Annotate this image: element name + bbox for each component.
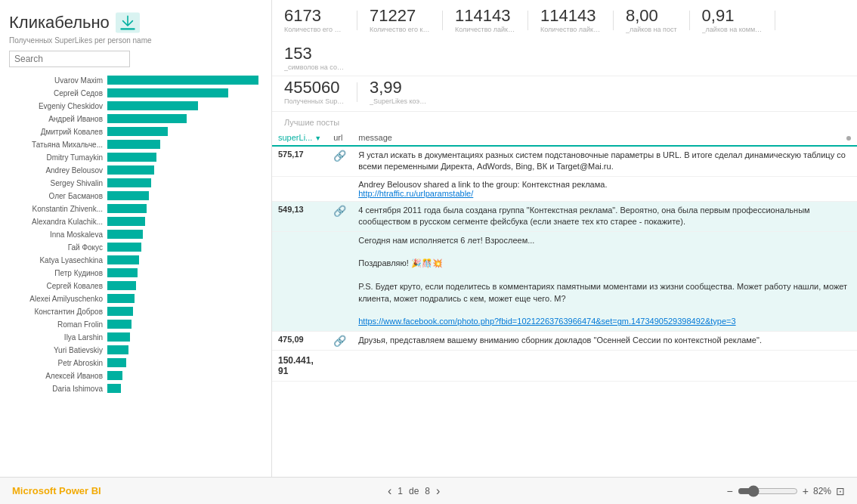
stat-item: 71227Количество его ко... [370, 8, 430, 33]
table-row: Andrey Belousov shared a link to the gro… [272, 176, 857, 201]
fullscreen-button[interactable]: ⊡ [836, 485, 845, 497]
bar-fill [107, 165, 154, 175]
bar-fill [107, 191, 149, 200]
bar-fill [107, 307, 133, 316]
powerbi-link[interactable]: Microsoft Power BI [12, 485, 101, 496]
bottom-bar: Microsoft Power BI ‹ 1 de 8 › − + 82% ⊡ [0, 477, 857, 504]
stats-row-2: 455060Полученных Super...3,99_SuperLikes… [272, 76, 857, 112]
list-item[interactable]: Дмитрий Ковалев [9, 126, 262, 137]
list-item[interactable]: Андрей Иванов [9, 113, 262, 124]
list-item[interactable]: Сергей Седов [9, 88, 262, 98]
post-url-cell: 🔗 [327, 331, 352, 350]
table-header-cell[interactable]: superLi... ▼ [272, 130, 327, 146]
left-panel: Кликабельно Полученных SuperLikes per pe… [0, 0, 272, 477]
total-score: 150.441,91 [272, 350, 327, 381]
stat-label: _лайков на пост [626, 26, 677, 33]
list-item[interactable]: Inna Moskaleva [9, 229, 262, 240]
stat-item: 3,99_SuperLikes коэффи... [370, 79, 430, 105]
posts-table: superLi... ▼urlmessage 575,17🔗Я устал ис… [272, 130, 857, 382]
stat-value: 8,00 [626, 8, 677, 24]
total-pages: 8 [425, 486, 430, 496]
list-item[interactable]: Uvarov Maxim [9, 75, 262, 85]
bar-label: Алексей Иванов [9, 372, 107, 380]
list-item[interactable]: Petr Abroskin [9, 357, 262, 368]
list-item[interactable]: Сергей Ковалев [9, 280, 262, 291]
list-item[interactable]: Alexei Amilyuschenko [9, 293, 262, 304]
bar-label: Roman Frolin [9, 320, 107, 329]
stat-label: Полученных Super... [284, 97, 345, 105]
zoom-in-button[interactable]: + [803, 485, 809, 497]
chart-subtitle: Полученных SuperLikes per person name [9, 36, 262, 45]
zoom-area: − + 82% ⊡ [727, 485, 845, 497]
post-link[interactable]: https://www.facebook.com/photo.php?fbid=… [358, 317, 735, 326]
next-page-button[interactable]: › [436, 484, 440, 498]
post-url-cell [327, 176, 352, 201]
stat-label: Количество его по... [284, 26, 345, 33]
list-item[interactable]: Татьяна Михальче... [9, 139, 262, 150]
stat-value: 71227 [370, 8, 430, 24]
bar-fill [107, 384, 121, 393]
stat-value: 153 [284, 45, 345, 62]
list-item[interactable]: Evgeniy Cheskidov [9, 100, 262, 111]
stat-value: 6173 [284, 8, 345, 24]
current-page: 1 [398, 486, 403, 496]
section-title: Лучшие посты [272, 112, 857, 130]
bar-label: Олег Басманов [9, 192, 107, 200]
bar-label: Дмитрий Ковалев [9, 128, 107, 136]
svg-rect-2 [120, 28, 135, 29]
link-icon[interactable]: 🔗 [333, 205, 346, 217]
posts-table-area: Лучшие посты superLi... ▼urlmessage 575,… [272, 112, 857, 477]
table-row: 575,17🔗Я устал искать в документациях ра… [272, 146, 857, 176]
post-url-cell: 🔗 [327, 201, 352, 231]
stat-item: 6173Количество его по... [284, 8, 345, 33]
list-item[interactable]: Andrey Belousov [9, 165, 262, 175]
list-item[interactable]: Константин Добров [9, 306, 262, 317]
link-icon[interactable]: 🔗 [333, 150, 346, 162]
list-item[interactable]: Daria Ishimova [9, 383, 262, 394]
download-icon [116, 12, 140, 33]
bar-label: Alexandra Kulachik... [9, 218, 107, 226]
stat-item: 8,00_лайков на пост [626, 8, 677, 33]
bar-label: Константин Добров [9, 308, 107, 316]
table-row: 475,09🔗Друзья, представляем вашему внима… [272, 331, 857, 350]
zoom-slider[interactable] [738, 485, 798, 497]
sort-icon: ▼ [314, 135, 321, 142]
total-url [327, 350, 352, 381]
list-item[interactable]: Alexandra Kulachik... [9, 216, 262, 227]
post-score: 475,09 [272, 331, 327, 350]
dot-menu[interactable] [846, 136, 851, 141]
stat-label: _SuperLikes коэффи... [370, 97, 430, 105]
stat-divider [357, 82, 357, 102]
list-item[interactable]: Yuri Batievskiy [9, 345, 262, 355]
search-input[interactable] [9, 51, 130, 67]
table-header-cell[interactable]: url [327, 130, 352, 146]
bar-fill [107, 358, 126, 367]
stat-item: 455060Полученных Super... [284, 79, 345, 105]
list-item[interactable]: Roman Frolin [9, 319, 262, 329]
prev-page-button[interactable]: ‹ [388, 484, 391, 498]
bar-fill [107, 320, 131, 329]
list-item[interactable]: Олег Басманов [9, 190, 262, 201]
list-item[interactable]: Konstantin Zhivenk... [9, 203, 262, 214]
bar-fill [107, 345, 128, 354]
bar-fill [107, 332, 130, 342]
stat-divider [775, 11, 775, 30]
bar-label: Сергей Седов [9, 89, 107, 97]
list-item[interactable]: Ilya Larshin [9, 332, 262, 342]
bar-fill [107, 114, 187, 123]
post-score: 549,13 [272, 201, 327, 231]
zoom-out-button[interactable]: − [727, 485, 733, 497]
link-icon[interactable]: 🔗 [333, 335, 346, 347]
list-item[interactable]: Dmitry Tumaykin [9, 152, 262, 162]
list-item[interactable]: Гай Фокус [9, 242, 262, 252]
list-item[interactable]: Алексей Иванов [9, 370, 262, 381]
list-item[interactable]: Sergey Shivalin [9, 178, 262, 188]
chart-title: Кликабельно [9, 12, 262, 33]
post-link[interactable]: http://htraffic.ru/urlparamstable/ [358, 189, 473, 198]
page-separator: de [409, 486, 419, 496]
list-item[interactable]: Петр Кудинов [9, 267, 262, 278]
list-item[interactable]: Katya Lyasechkina [9, 255, 262, 265]
bar-fill [107, 127, 168, 136]
table-header-cell[interactable]: message [352, 130, 857, 146]
right-panel: 6173Количество его по...71227Количество … [272, 0, 857, 477]
